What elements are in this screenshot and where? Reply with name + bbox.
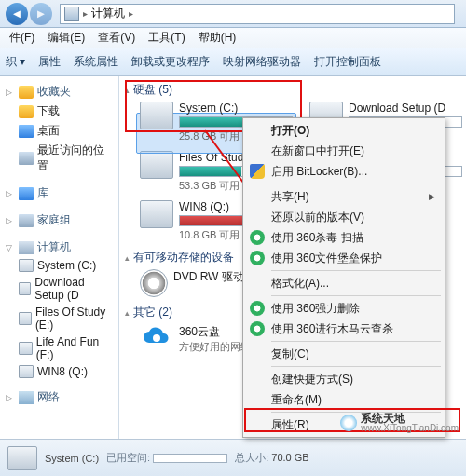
nav-back-button[interactable]: ◄ bbox=[6, 3, 28, 25]
library-icon bbox=[19, 187, 34, 200]
menubar: 件(F) 编辑(E) 查看(V) 工具(T) 帮助(H) bbox=[0, 28, 466, 48]
collapse-icon: ▴ bbox=[125, 308, 130, 318]
disk-icon bbox=[140, 200, 173, 228]
separator bbox=[271, 270, 441, 271]
star-icon bbox=[19, 86, 34, 99]
sidebar-item-downloads[interactable]: 下载 bbox=[2, 102, 116, 121]
organize-button[interactable]: 织 ▾ bbox=[6, 54, 25, 70]
chevron-right-icon: ▷ bbox=[6, 216, 15, 225]
chevron-right-icon: ▶ bbox=[429, 192, 435, 201]
chevron-right-icon: ▸ bbox=[83, 8, 88, 19]
separator bbox=[271, 366, 441, 367]
disk-icon bbox=[140, 102, 173, 129]
breadcrumb[interactable]: 计算机 bbox=[91, 6, 125, 21]
sidebar-item-drive-f[interactable]: Life And Fun (F:) bbox=[2, 333, 116, 363]
map-drive-button[interactable]: 映射网络驱动器 bbox=[223, 54, 301, 70]
control-panel-button[interactable]: 打开控制面板 bbox=[314, 54, 381, 70]
usage-bar bbox=[153, 454, 227, 463]
sidebar-item-drive-e[interactable]: Files Of Study (E:) bbox=[2, 304, 116, 333]
toolbar: 织 ▾ 属性 系统属性 卸载或更改程序 映射网络驱动器 打开控制面板 bbox=[0, 48, 466, 76]
ctx-open-new-window[interactable]: 在新窗口中打开(E) bbox=[245, 141, 443, 161]
360-icon bbox=[250, 230, 265, 245]
sidebar-computer[interactable]: ▽计算机 bbox=[2, 238, 116, 257]
disk-icon bbox=[140, 151, 173, 179]
logo-icon bbox=[340, 415, 357, 431]
download-icon bbox=[19, 105, 34, 118]
menu-help[interactable]: 帮助(H) bbox=[193, 28, 242, 48]
sidebar-item-drive-q[interactable]: WIN8 (Q:) bbox=[2, 363, 116, 380]
cloud-icon bbox=[140, 324, 173, 352]
shield-icon bbox=[250, 164, 265, 179]
collapse-icon: ▴ bbox=[125, 253, 130, 263]
ctx-rename[interactable]: 重命名(M) bbox=[245, 389, 443, 410]
sidebar-favorites[interactable]: ▷收藏夹 bbox=[2, 82, 116, 102]
properties-button[interactable]: 属性 bbox=[38, 54, 61, 70]
menu-tools[interactable]: 工具(T) bbox=[143, 28, 190, 48]
ctx-360-scan[interactable]: 使用 360杀毒 扫描 bbox=[245, 227, 443, 248]
system-properties-button[interactable]: 系统属性 bbox=[74, 54, 118, 70]
recent-icon bbox=[19, 152, 34, 165]
address-bar[interactable]: ▸ 计算机 ▸ bbox=[60, 4, 455, 24]
sidebar-network[interactable]: ▷网络 bbox=[2, 388, 116, 407]
disk-icon bbox=[19, 342, 33, 355]
desktop-icon bbox=[19, 125, 34, 138]
dvd-icon bbox=[140, 269, 168, 297]
watermark: 系统天地 www.XiTongTianDi.com bbox=[340, 413, 459, 433]
chevron-right-icon: ▷ bbox=[6, 189, 15, 198]
menu-view[interactable]: 查看(V) bbox=[92, 28, 141, 48]
sidebar-item-desktop[interactable]: 桌面 bbox=[2, 121, 116, 141]
360-icon bbox=[250, 251, 265, 265]
disk-icon bbox=[19, 259, 34, 272]
menu-edit[interactable]: 编辑(E) bbox=[42, 28, 90, 48]
ctx-bitlocker[interactable]: 启用 BitLocker(B)... bbox=[245, 161, 443, 182]
svg-point-0 bbox=[153, 334, 160, 342]
status-title: System (C:) bbox=[45, 453, 99, 464]
separator bbox=[271, 341, 441, 342]
menu-file[interactable]: 件(F) bbox=[4, 28, 40, 48]
chevron-right-icon: ▸ bbox=[129, 8, 133, 19]
ctx-share[interactable]: 共享(H)▶ bbox=[245, 186, 443, 207]
ctx-restore-previous[interactable]: 还原以前的版本(V) bbox=[245, 207, 443, 227]
separator bbox=[271, 295, 441, 296]
uninstall-button[interactable]: 卸载或更改程序 bbox=[131, 54, 210, 70]
sidebar-item-drive-c[interactable]: System (C:) bbox=[2, 257, 116, 274]
nav-sidebar: ▷收藏夹 下载 桌面 最近访问的位置 ▷库 ▷家庭组 ▽计算机 System (… bbox=[0, 76, 119, 458]
separator bbox=[271, 184, 441, 184]
sidebar-item-recent[interactable]: 最近访问的位置 bbox=[2, 141, 116, 176]
ctx-open[interactable]: 打开(O) bbox=[245, 120, 443, 141]
computer-icon bbox=[19, 241, 34, 254]
titlebar: ◄ ► ▸ 计算机 ▸ bbox=[0, 0, 466, 28]
chevron-right-icon: ▷ bbox=[6, 393, 15, 402]
nav-fwd-button[interactable]: ► bbox=[30, 3, 52, 25]
chevron-down-icon: ▽ bbox=[6, 243, 15, 252]
ctx-360-trojan[interactable]: 使用 360进行木马云查杀 bbox=[245, 319, 443, 339]
360-icon bbox=[250, 321, 265, 336]
collapse-icon: ▴ bbox=[125, 86, 130, 95]
360-icon bbox=[250, 301, 265, 316]
disk-icon bbox=[19, 365, 34, 378]
computer-icon bbox=[64, 7, 79, 21]
ctx-create-shortcut[interactable]: 创建快捷方式(S) bbox=[245, 369, 443, 389]
context-menu: 打开(O) 在新窗口中打开(E) 启用 BitLocker(B)... 共享(H… bbox=[242, 117, 445, 438]
sidebar-homegroup[interactable]: ▷家庭组 bbox=[2, 211, 116, 230]
statusbar: System (C:) 已用空间: 总大小: 70.0 GB bbox=[0, 439, 466, 476]
section-hdd[interactable]: ▴硬盘 (5) bbox=[125, 80, 466, 100]
disk-icon bbox=[19, 282, 31, 295]
ctx-360-vault[interactable]: 使用 360文件堡垒保护 bbox=[245, 248, 443, 268]
ctx-copy[interactable]: 复制(C) bbox=[245, 344, 443, 364]
sidebar-libraries[interactable]: ▷库 bbox=[2, 184, 116, 203]
homegroup-icon bbox=[19, 214, 34, 227]
ctx-360-forcedel[interactable]: 使用 360强力删除 bbox=[245, 298, 443, 319]
chevron-right-icon: ▷ bbox=[6, 88, 15, 97]
ctx-format[interactable]: 格式化(A)... bbox=[245, 273, 443, 293]
disk-icon bbox=[19, 312, 32, 325]
disk-icon bbox=[7, 446, 37, 470]
sidebar-item-drive-d[interactable]: Download Setup (D bbox=[2, 274, 116, 304]
network-icon bbox=[19, 391, 34, 404]
